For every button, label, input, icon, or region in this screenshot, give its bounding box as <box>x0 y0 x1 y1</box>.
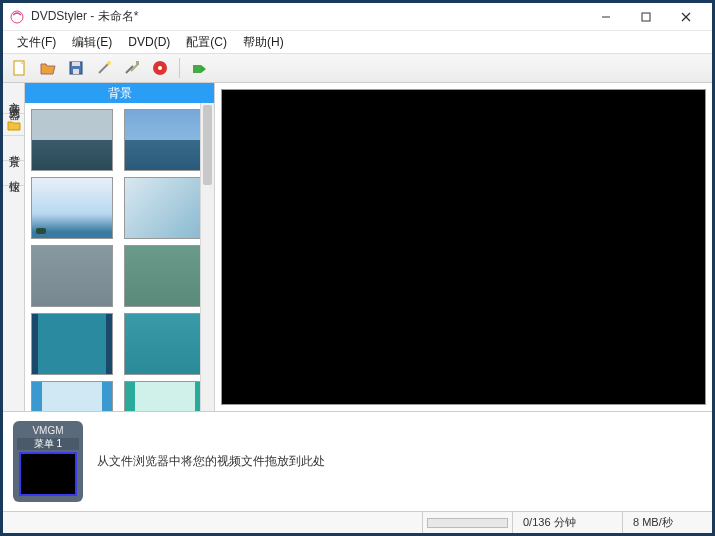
svg-point-10 <box>107 61 111 65</box>
new-button[interactable] <box>9 57 31 79</box>
menubar: 文件(F) 编辑(E) DVD(D) 配置(C) 帮助(H) <box>3 31 712 53</box>
background-thumb[interactable] <box>124 381 206 411</box>
preview-pane <box>215 83 712 411</box>
status-time: 0/136 分钟 <box>512 512 622 533</box>
svg-rect-13 <box>136 61 139 65</box>
menu-edit[interactable]: 编辑(E) <box>64 32 120 53</box>
status-spacer <box>3 512 422 533</box>
timeline-thumb-head: VMGM <box>32 425 63 437</box>
side-tabs: 文件浏览器 背景 按钮 <box>3 83 25 411</box>
background-thumb[interactable] <box>31 245 113 307</box>
background-thumb[interactable] <box>31 109 113 171</box>
gallery-header: 背景 <box>25 83 214 103</box>
gallery-grid <box>25 103 214 411</box>
timeline-thumb-preview <box>19 452 77 496</box>
status-progress <box>422 512 512 533</box>
background-thumb[interactable] <box>31 381 113 411</box>
side-tab-filebrowser[interactable]: 文件浏览器 <box>3 83 24 114</box>
menu-config[interactable]: 配置(C) <box>178 32 235 53</box>
svg-rect-2 <box>642 13 650 21</box>
side-tab-buttons[interactable]: 按钮 <box>3 161 24 186</box>
app-window: DVDStyler - 未命名* 文件(F) 编辑(E) DVD(D) 配置(C… <box>0 0 715 536</box>
status-rate: 8 MB/秒 <box>622 512 712 533</box>
window-controls <box>586 5 706 29</box>
menu-preview[interactable] <box>221 89 706 405</box>
run-button[interactable] <box>188 57 210 79</box>
burn-button[interactable] <box>149 57 171 79</box>
wizard-button[interactable] <box>93 57 115 79</box>
side-tab-label: 按钮 <box>9 171 21 175</box>
open-button[interactable] <box>37 57 59 79</box>
menu-help[interactable]: 帮助(H) <box>235 32 292 53</box>
toolbar <box>3 53 712 83</box>
gallery-pane: 背景 <box>25 83 215 411</box>
svg-rect-7 <box>72 62 80 66</box>
timeline-hint: 从文件浏览器中将您的视频文件拖放到此处 <box>97 453 325 470</box>
timeline-thumb-sub: 菜单 1 <box>17 438 79 450</box>
svg-rect-8 <box>73 69 79 74</box>
side-tab-background[interactable]: 背景 <box>3 136 24 161</box>
timeline: VMGM 菜单 1 从文件浏览器中将您的视频文件拖放到此处 <box>3 411 712 511</box>
scrollbar[interactable] <box>200 103 214 411</box>
toolbar-separator <box>179 58 180 78</box>
statusbar: 0/136 分钟 8 MB/秒 <box>3 511 712 533</box>
timeline-menu-thumb[interactable]: VMGM 菜单 1 <box>13 421 83 502</box>
menu-file[interactable]: 文件(F) <box>9 32 64 53</box>
window-title: DVDStyler - 未命名* <box>31 8 586 25</box>
save-button[interactable] <box>65 57 87 79</box>
svg-point-15 <box>158 66 162 70</box>
menu-dvd[interactable]: DVD(D) <box>120 33 178 51</box>
gallery-scroll <box>25 103 214 411</box>
svg-line-9 <box>99 63 109 73</box>
minimize-button[interactable] <box>586 5 626 29</box>
scrollbar-thumb[interactable] <box>203 105 212 185</box>
maximize-button[interactable] <box>626 5 666 29</box>
folder-icon[interactable] <box>3 114 24 136</box>
main-area: 文件浏览器 背景 按钮 背景 <box>3 83 712 411</box>
settings-button[interactable] <box>121 57 143 79</box>
background-thumb[interactable] <box>124 177 206 239</box>
titlebar: DVDStyler - 未命名* <box>3 3 712 31</box>
background-thumb[interactable] <box>31 177 113 239</box>
app-icon <box>9 9 25 25</box>
background-thumb[interactable] <box>124 245 206 307</box>
side-tab-label: 背景 <box>9 146 21 150</box>
close-button[interactable] <box>666 5 706 29</box>
background-thumb[interactable] <box>31 313 113 375</box>
background-thumb[interactable] <box>124 109 206 171</box>
background-thumb[interactable] <box>124 313 206 375</box>
side-tab-label: 文件浏览器 <box>9 93 21 103</box>
svg-rect-16 <box>193 65 201 73</box>
